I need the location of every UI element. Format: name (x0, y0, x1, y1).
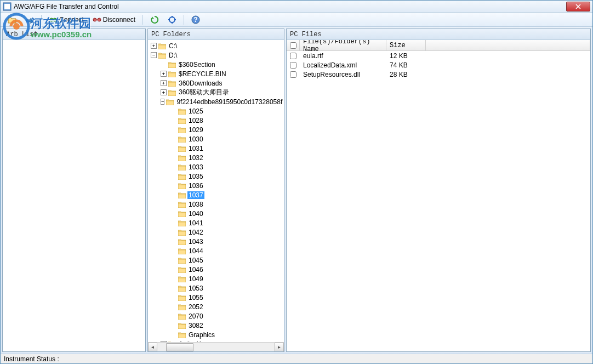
tree-node-label: 1029 (187, 126, 204, 134)
tree-node-label: $RECYCLE.BIN (178, 70, 227, 78)
toolbar-separator (184, 15, 184, 25)
tree-node[interactable]: 1031 (149, 144, 283, 153)
arb-list-panel: Arb List (2, 29, 146, 352)
connect-icon (49, 15, 58, 24)
tree-node-label: 1037 (187, 191, 204, 199)
open-file-button[interactable] (4, 14, 20, 26)
tree-node[interactable]: 1030 (149, 134, 283, 144)
disconnect-button[interactable]: Disconnect (89, 14, 139, 26)
tree-node[interactable]: 2052 (149, 302, 283, 311)
scroll-right-button[interactable]: ► (275, 343, 284, 352)
tree-node[interactable]: $360Section (149, 60, 283, 69)
tree-expander[interactable]: − (151, 52, 157, 58)
arb-list-body[interactable] (3, 40, 145, 351)
help-icon: ? (191, 15, 200, 24)
tree-node[interactable]: +C:\ (149, 41, 283, 50)
tree-expander[interactable]: + (161, 80, 167, 86)
select-all-checkbox[interactable] (290, 42, 297, 49)
window-close-button[interactable] (566, 2, 590, 12)
open-icon (8, 15, 16, 24)
tree-node[interactable]: 1043 (149, 237, 283, 246)
scroll-thumb[interactable] (166, 343, 193, 351)
tree-node-label: 9f2214edbbe8915950c0d17328058f (175, 98, 283, 106)
tree-expander[interactable]: − (161, 99, 164, 105)
scroll-left-button[interactable]: ◄ (148, 343, 157, 352)
file-checkbox[interactable] (290, 62, 297, 69)
tree-node[interactable]: 1042 (149, 228, 283, 237)
tree-node[interactable]: 1038 (149, 200, 283, 209)
help-button[interactable]: ? (187, 14, 204, 26)
tree-node[interactable]: 1044 (149, 246, 283, 255)
file-spacer-header (426, 40, 590, 50)
tree-node[interactable]: Graphics (149, 330, 283, 339)
file-row[interactable]: LocalizedData.xml74 KB (287, 60, 590, 70)
folder-icon (168, 80, 176, 87)
refresh-button[interactable] (146, 14, 163, 26)
tree-node[interactable]: 1041 (149, 218, 283, 228)
tree-node[interactable]: 1045 (149, 255, 283, 265)
folder-icon (178, 164, 186, 170)
folder-icon (178, 304, 186, 310)
file-size-header[interactable]: Size (386, 40, 426, 50)
tree-node-label: 1031 (187, 145, 204, 152)
tree-node[interactable]: −9f2214edbbe8915950c0d17328058f (149, 97, 283, 106)
folder-icon (178, 108, 186, 115)
folder-icon (158, 43, 166, 49)
settings-button[interactable] (164, 14, 180, 26)
tree-expander[interactable]: + (161, 89, 167, 95)
file-checkbox[interactable] (290, 71, 297, 78)
tree-expander[interactable]: + (151, 43, 157, 49)
file-list[interactable]: eula.rtf12 KBLocalizedData.xml74 KBSetup… (287, 51, 590, 79)
pc-folders-header: PC Folders (148, 29, 284, 40)
file-check-header[interactable] (287, 40, 300, 50)
tree-node-label: 1033 (187, 163, 204, 171)
connect-button[interactable]: Connect (45, 14, 88, 26)
tree-node[interactable]: 1029 (149, 125, 283, 134)
file-size-cell: 12 KB (386, 52, 426, 60)
tree-node[interactable]: 1053 (149, 283, 283, 293)
tree-node-label: 1025 (187, 107, 204, 115)
svg-point-7 (169, 17, 175, 22)
connect-label: Connect (59, 16, 84, 24)
svg-point-5 (98, 18, 101, 21)
tree-node[interactable]: +360驱动大师目录 (149, 88, 283, 97)
scroll-track[interactable] (157, 343, 275, 352)
file-name-cell: LocalizedData.xml (300, 61, 386, 69)
tree-node[interactable]: 1049 (149, 274, 283, 283)
app-icon (3, 2, 12, 11)
send-button[interactable] (21, 14, 38, 26)
folder-hscrollbar[interactable]: ◄ ► (148, 342, 284, 351)
folder-icon (178, 285, 186, 292)
file-row[interactable]: SetupResources.dll28 KB (287, 70, 590, 79)
tree-node[interactable]: +360Downloads (149, 78, 283, 88)
tree-node[interactable]: −D:\ (149, 50, 283, 60)
file-row[interactable]: eula.rtf12 KB (287, 51, 590, 60)
tree-node-label: 1030 (187, 135, 204, 143)
tree-node[interactable]: 1025 (149, 106, 283, 116)
tree-node-label: 3082 (187, 322, 204, 329)
tree-node-label: 2052 (187, 303, 204, 311)
tree-node-label: D:\ (168, 52, 178, 59)
tree-node[interactable]: 1046 (149, 265, 283, 274)
tree-node-label: 1038 (187, 201, 204, 208)
tree-node[interactable]: 1032 (149, 153, 283, 162)
pc-files-header: PC Files (287, 29, 590, 40)
tree-node[interactable]: 1028 (149, 116, 283, 125)
tree-node[interactable]: 1055 (149, 293, 283, 302)
folder-tree[interactable]: +C:\−D:\$360Section+$RECYCLE.BIN+360Down… (148, 40, 284, 342)
tree-node[interactable]: 1035 (149, 172, 283, 181)
file-checkbox[interactable] (290, 53, 297, 59)
svg-point-4 (93, 18, 96, 21)
tree-expander[interactable]: + (161, 71, 167, 77)
tree-node[interactable]: 1040 (149, 209, 283, 218)
tree-node[interactable]: 1033 (149, 162, 283, 172)
tree-node[interactable]: 1037 (149, 190, 283, 200)
svg-point-2 (50, 18, 53, 21)
file-name-header[interactable]: File(s)/Folder(s) Name (300, 40, 386, 50)
tree-node[interactable]: 3082 (149, 321, 283, 330)
folder-icon (178, 294, 186, 301)
tree-node[interactable]: 2070 (149, 311, 283, 321)
tree-node[interactable]: 1036 (149, 181, 283, 190)
tree-node[interactable]: +$RECYCLE.BIN (149, 69, 283, 78)
folder-icon (178, 266, 186, 273)
